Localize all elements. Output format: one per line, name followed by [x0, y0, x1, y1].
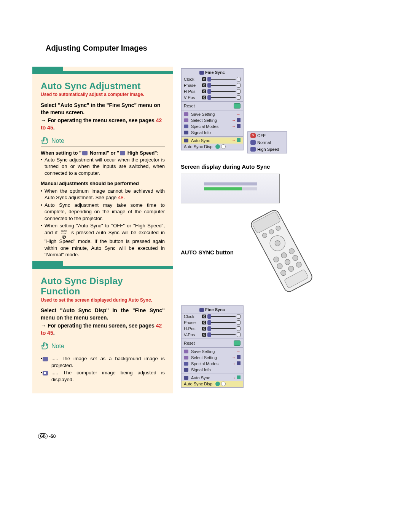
content-layout: Auto Sync Adjustment Used to automatical… — [32, 67, 379, 393]
progress-fill — [204, 187, 242, 190]
row-hpos: H-Pos0 — [182, 88, 243, 94]
normal-mode-icon — [82, 151, 88, 155]
row2-special: Special Modes→ — [182, 361, 243, 367]
auto-sync-progress-screen — [181, 174, 280, 203]
caption-screen-display: Screen display during Auto Sync — [181, 163, 379, 170]
bullet-take-time: Auto Sync adjustment may take some time … — [45, 202, 165, 222]
hpos-slider: 0 — [202, 89, 241, 94]
section-tab-bar — [32, 71, 173, 74]
fine-sync-title-icon-2 — [199, 308, 204, 312]
row2-select: Select Setting→ — [182, 355, 243, 361]
remote-control-icon — [245, 207, 318, 295]
when-setting-b: Normal" or " — [88, 150, 119, 156]
row-signal-info: Signal Info — [182, 129, 243, 136]
note2-heading: Note — [41, 342, 165, 350]
when-setting-line: When setting to " Normal" or " High Spee… — [41, 150, 165, 156]
row2-save: Save Setting→ — [182, 348, 243, 355]
row-select-setting: Select Setting→ — [182, 117, 243, 123]
section-title: Auto Sync Adjustment — [41, 81, 165, 91]
page-title: Adjusting Computer Images — [46, 44, 147, 53]
disp-option-list: •..... The image set as a background ima… — [41, 355, 165, 383]
select-icon — [184, 118, 188, 122]
popup-high-speed: High Speed — [248, 146, 287, 153]
note-heading: Note — [41, 137, 165, 145]
note-list-2: • When the optimum image cannot be achie… — [41, 188, 165, 258]
special-icon — [184, 125, 188, 128]
special-icon-2 — [184, 362, 188, 366]
bullet-optimum-b: . — [123, 195, 125, 200]
note-hand-icon — [41, 137, 49, 145]
bullet-optimum: When the optimum image cannot be achieve… — [45, 188, 165, 201]
see-pages-instruction: → For operating the menu screen, see pag… — [41, 117, 165, 131]
page-link-48[interactable]: 48 — [118, 195, 123, 200]
fine-sync-title-2: Fine Sync — [182, 306, 243, 313]
section2-tab-bar — [32, 266, 173, 269]
section-auto-sync-display: Auto Sync Display Function Used to set t… — [32, 269, 173, 386]
reset-button-icon-2 — [234, 340, 241, 346]
section2-see-pages-b: . — [53, 330, 55, 336]
progress-title-bar — [204, 182, 257, 185]
disp-computer-icon — [43, 371, 48, 375]
row2-signal: Signal Info — [182, 367, 243, 373]
phase-slider: 0 — [202, 83, 241, 88]
note-rule — [41, 147, 165, 147]
manual-adjustments-heading: Manual adjustments should be performed — [41, 180, 165, 187]
bullet-optimum-a: When the optimum image cannot be achieve… — [45, 188, 165, 201]
fine-sync-menu-illustration-2: Fine Sync Clock0 Phase0 H-Pos0 V-Pos0 Re… — [181, 305, 379, 388]
row-auto-sync-disp: Auto Sync Disp — [182, 144, 243, 150]
right-column: Fine Sync Clock0 Phase0 H-Pos0 V-Pos0 Re… — [181, 67, 379, 393]
fine-sync-title-icon — [199, 71, 204, 75]
bullet-disp-bg: ..... The image set as a background imag… — [51, 355, 165, 369]
reset-button-icon — [234, 103, 241, 109]
row-auto-sync-highlight: Auto Sync→ — [182, 137, 243, 144]
auto-sync-popup: ✕OFF Normal High Speed — [247, 131, 287, 153]
section2-subtitle: Used to set the screen displayed during … — [41, 297, 165, 304]
off-icon: ✕ — [250, 133, 256, 138]
row2-clock: Clock0 — [182, 313, 243, 320]
remote-illustration-area: AUTO SYNC button — [181, 215, 379, 295]
note-label: Note — [51, 137, 64, 144]
normal-icon — [250, 140, 256, 145]
disp-toggle-icons — [215, 144, 226, 149]
fine-sync-menu: Fine Sync Clock0 Phase0 H-Pos0 V-Pos0 Re… — [181, 68, 244, 150]
row2-vpos: V-Pos0 — [182, 332, 243, 338]
note2-rule — [41, 352, 165, 352]
row2-auto-sync: Auto Sync→ — [182, 375, 243, 381]
save-icon-2 — [184, 350, 188, 353]
section-auto-sync-adjustment: Auto Sync Adjustment Used to automatical… — [32, 74, 173, 261]
vpos-slider: 0 — [202, 95, 241, 100]
high-speed-icon — [250, 147, 256, 152]
see-pages-suffix: . — [53, 125, 55, 131]
disp-bg-icon — [43, 357, 48, 361]
signal-icon — [184, 131, 188, 134]
section2-see-pages: → For operating the menu screen, see pag… — [41, 322, 165, 337]
fine-sync-menu-illustration-1: Fine Sync Clock0 Phase0 H-Pos0 V-Pos0 Re… — [181, 68, 379, 156]
fine-sync-title: Fine Sync — [182, 69, 243, 76]
section2-select-instruction: Select "Auto Sync Disp" in the "Fine Syn… — [41, 307, 165, 321]
disp-toggle-icons-2 — [215, 382, 226, 386]
note-hand-icon — [41, 342, 49, 350]
section2-title: Auto Sync Display Function — [41, 276, 165, 297]
select-icon-2 — [184, 356, 188, 359]
bullet-off-highspeed: When setting "Auto Sync" to "OFF" or "Hi… — [45, 222, 165, 258]
auto-sync-button-glyph: AUTO SYNC — [60, 230, 68, 239]
section-tab-decor — [32, 67, 173, 71]
see-pages-prefix: → For operating the menu screen, see pag… — [41, 117, 156, 123]
clock-slider: 0 — [202, 77, 241, 81]
row2-reset: Reset — [182, 340, 243, 347]
left-column: Auto Sync Adjustment Used to automatical… — [32, 67, 173, 393]
row-clock: Clock0 — [182, 76, 243, 82]
autosync-icon — [184, 139, 188, 142]
select-instruction: Select "Auto Sync" in the "Fine Sync" me… — [41, 102, 165, 116]
row2-phase: Phase0 — [182, 320, 243, 326]
bullet-auto-occurs: Auto Sync adjustment will occur when the… — [45, 157, 165, 177]
gb-badge: GB — [38, 433, 48, 439]
note-list-1: •Auto Sync adjustment will occur when th… — [41, 157, 165, 177]
popup-normal: Normal — [248, 139, 287, 146]
page-number-value: -50 — [49, 434, 56, 439]
row-vpos: V-Pos0 — [182, 94, 243, 101]
row-phase: Phase0 — [182, 82, 243, 88]
row-save-setting: Save Setting→ — [182, 111, 243, 117]
save-icon — [184, 112, 188, 116]
popup-off: ✕OFF — [248, 132, 287, 139]
